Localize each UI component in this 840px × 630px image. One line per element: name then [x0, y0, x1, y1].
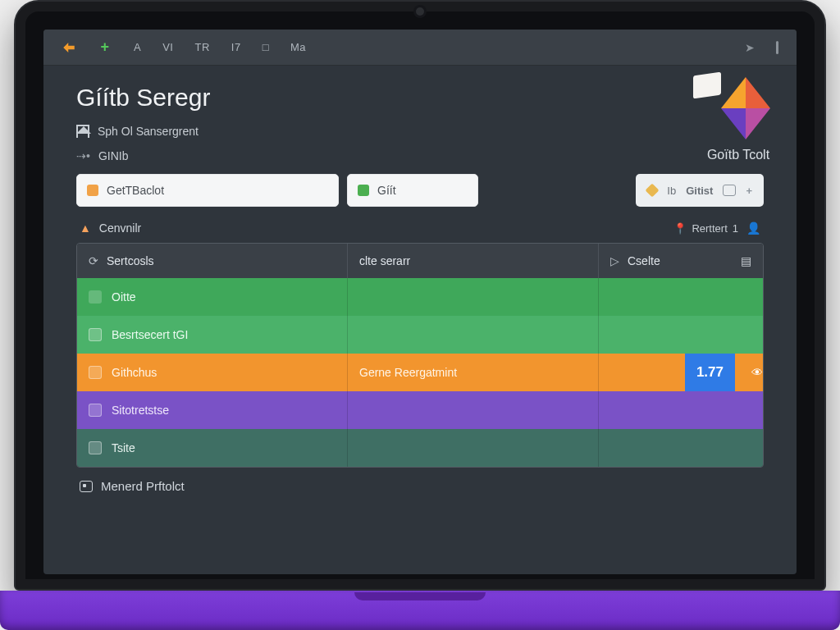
- search-input-secondary[interactable]: Gíít: [347, 174, 478, 207]
- add-filter-icon[interactable]: +: [746, 185, 752, 197]
- table-row[interactable]: Githchus Gerne Reergatmint 1.77 👁: [77, 354, 763, 391]
- camera-dot: [416, 7, 424, 16]
- merge-icon: ⇢•: [76, 149, 90, 162]
- stat-label: Rerttert: [692, 222, 727, 235]
- app-screen: + A VI TR I7 □ Ma ➤ Goïtb Tcolt: [43, 30, 797, 574]
- top-tabstrip: + A VI TR I7 □ Ma ➤: [43, 30, 797, 66]
- sub-nav[interactable]: ⇢• GINIb: [76, 149, 764, 162]
- table-header: ⟳ Sertcosls clte serarr ▷ Cselte ▤: [77, 244, 763, 278]
- stat-chip[interactable]: 📍 Rerttert 1: [673, 222, 738, 235]
- category-row: ▲ Cenvnilr 📍 Rerttert 1 👤: [76, 213, 764, 243]
- eye-icon[interactable]: 👁: [751, 366, 763, 379]
- table-row[interactable]: Oitte: [77, 278, 763, 316]
- stat-value: 1: [733, 222, 738, 235]
- square-green-icon: [358, 185, 369, 196]
- row-c1: Githchus: [112, 366, 157, 379]
- home-icon: [76, 125, 89, 138]
- app-icon: [62, 40, 76, 55]
- row-value-badge: 1.77: [685, 354, 735, 391]
- app-body: Goïtb Tcolt Gíítb Seregr Sph Ol Sansergr…: [43, 66, 797, 574]
- brand-logo: [693, 74, 783, 144]
- breadcrumb-label: Sph Ol Sansergrent: [98, 125, 199, 138]
- row-c2: Gerne Reergatmint: [359, 366, 457, 379]
- row-icon: [89, 441, 102, 454]
- footer-row[interactable]: Menerd Prftolct: [76, 468, 764, 504]
- book-icon: ▤: [741, 254, 751, 267]
- tab-4[interactable]: □: [262, 41, 269, 53]
- filter-chip[interactable]: Ib Gitist +: [636, 174, 764, 207]
- person-icon[interactable]: 👤: [746, 221, 760, 235]
- row-icon: [89, 404, 102, 417]
- bezel: + A VI TR I7 □ Ma ➤ Goïtb Tcolt: [14, 0, 826, 591]
- brand-name: Goïtb Tcolt: [693, 148, 783, 162]
- row-c1: Sitotretstse: [112, 404, 169, 417]
- table-row[interactable]: Sitotretstse: [77, 391, 763, 429]
- diamond-icon: [646, 184, 660, 198]
- filter-left: Ib: [667, 185, 676, 197]
- th-col1[interactable]: ⟳ Sertcosls: [77, 244, 348, 278]
- page-title: Gíítb Seregr: [76, 84, 764, 112]
- tab-0[interactable]: A: [134, 41, 141, 53]
- table-row[interactable]: Tsite: [77, 429, 763, 467]
- square-orange-icon: [87, 185, 98, 196]
- th-col1-label: Sertcosls: [107, 254, 154, 267]
- flame-icon: ▲: [80, 221, 91, 235]
- collapse-icon[interactable]: ➤: [745, 41, 756, 54]
- filter-label: Gitist: [686, 185, 713, 197]
- search-secondary-value: Gíít: [377, 184, 396, 197]
- row-c1: Besrtsecert tGI: [112, 328, 188, 341]
- row-icon: [89, 328, 102, 341]
- category-label[interactable]: Cenvnilr: [99, 221, 141, 235]
- search-input-primary[interactable]: GetTBaclot: [76, 174, 339, 207]
- chevron-right-icon: ▷: [610, 254, 619, 267]
- spinner-icon: ⟳: [89, 254, 98, 267]
- th-col2-label: clte serarr: [359, 254, 410, 267]
- breadcrumb[interactable]: Sph Ol Sansergrent: [76, 125, 764, 138]
- th-col3-label: Cselte: [628, 254, 660, 267]
- tab-5[interactable]: Ma: [290, 41, 306, 53]
- th-col3[interactable]: ▷ Cselte ▤: [599, 244, 763, 278]
- tab-1[interactable]: VI: [162, 41, 173, 53]
- th-col2[interactable]: clte serarr: [348, 244, 599, 278]
- card-icon: [80, 481, 93, 492]
- search-primary-value: GetTBaclot: [107, 184, 164, 197]
- row-icon: [89, 290, 102, 304]
- card-icon: [723, 185, 736, 196]
- tab-2[interactable]: TR: [194, 41, 209, 53]
- search-row: GetTBaclot Gíít Ib Gitist +: [76, 174, 764, 207]
- more-icon[interactable]: [776, 41, 778, 54]
- data-table: ⟳ Sertcosls clte serarr ▷ Cselte ▤: [76, 243, 764, 468]
- pin-icon: 📍: [673, 222, 687, 235]
- brand-block: Goïtb Tcolt: [693, 74, 783, 162]
- add-icon[interactable]: +: [98, 40, 112, 55]
- sub-nav-label: GINIb: [98, 149, 129, 162]
- row-c1: Oitte: [112, 290, 136, 304]
- row-c1: Tsite: [112, 441, 135, 454]
- laptop-base: [0, 591, 840, 630]
- laptop-frame: + A VI TR I7 □ Ma ➤ Goïtb Tcolt: [0, 0, 840, 630]
- row-icon: [89, 366, 102, 379]
- table-row[interactable]: Besrtsecert tGI: [77, 316, 763, 354]
- footer-label: Menerd Prftolct: [101, 479, 185, 493]
- tab-3[interactable]: I7: [231, 41, 241, 53]
